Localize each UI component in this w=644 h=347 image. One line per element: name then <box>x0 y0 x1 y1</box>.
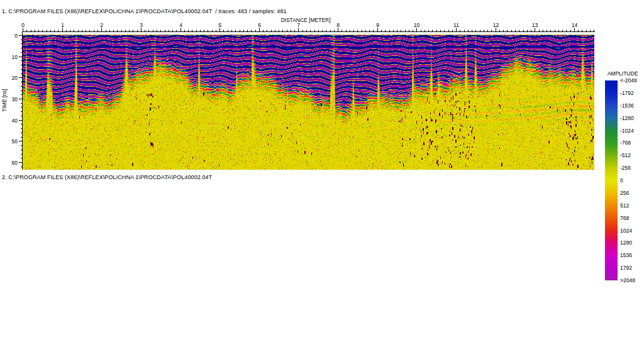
legend-tick-label: -1024 <box>620 128 634 134</box>
legend-tick-label: -1280 <box>620 115 634 121</box>
time-axis-label: TIME [ns] <box>1 82 8 119</box>
amplitude-legend: AMPLITUDE <-2048-1792-1536-1280-1024-768… <box>604 69 644 286</box>
legend-tick-label: 1536 <box>620 252 632 258</box>
svg-text:10: 10 <box>414 22 420 28</box>
radargram-image[interactable] <box>23 35 594 170</box>
svg-text:5: 5 <box>218 22 221 28</box>
svg-text:12: 12 <box>493 22 499 28</box>
legend-tick-label: -1792 <box>620 90 634 96</box>
svg-text:60: 60 <box>12 160 18 166</box>
legend-tick-label: >2048 <box>620 277 635 284</box>
svg-text:20: 20 <box>12 75 18 81</box>
panel2-title: 2. C:\PROGRAM FILES (X86)\REFLEX\POLICHN… <box>2 174 212 180</box>
svg-text:30: 30 <box>12 96 18 102</box>
legend-tick-label: 256 <box>620 190 629 196</box>
legend-tick-label: 1024 <box>620 228 632 234</box>
svg-text:4: 4 <box>179 22 182 28</box>
svg-text:0: 0 <box>14 33 18 39</box>
panel1-title: 1. C:\PROGRAM FILES (X86)\REFLEX\POLICHN… <box>2 8 287 14</box>
legend-tick-label: -512 <box>620 152 631 158</box>
svg-text:2: 2 <box>100 22 103 28</box>
legend-tick-label: -768 <box>620 140 631 146</box>
distance-axis-label: DISTANCE [METER] <box>264 17 347 23</box>
reflexw-workspace: 1. C:\PROGRAM FILES (X86)\REFLEX\POLICHN… <box>0 0 644 347</box>
legend-tick-label: 512 <box>620 202 629 209</box>
svg-text:3: 3 <box>140 22 143 28</box>
legend-tick-label: <-2048 <box>620 77 637 84</box>
svg-text:10: 10 <box>12 54 18 60</box>
svg-text:14: 14 <box>572 22 578 28</box>
svg-text:0: 0 <box>21 22 25 28</box>
svg-text:1: 1 <box>61 22 64 28</box>
legend-tick-label: 1792 <box>620 265 632 271</box>
legend-title: AMPLITUDE <box>604 70 641 77</box>
legend-tick-label: 768 <box>620 215 629 221</box>
legend-tick-label: 1280 <box>620 240 632 246</box>
legend-colorbar <box>605 80 618 280</box>
svg-text:11: 11 <box>453 22 459 28</box>
legend-tick-label: -256 <box>620 165 631 171</box>
svg-text:50: 50 <box>12 138 18 145</box>
svg-text:13: 13 <box>532 22 538 28</box>
legend-tick-label: 0 <box>620 177 623 184</box>
svg-text:40: 40 <box>12 118 18 124</box>
svg-text:9: 9 <box>376 22 379 28</box>
legend-tick-label: -1536 <box>620 102 634 109</box>
svg-text:6: 6 <box>258 22 261 28</box>
